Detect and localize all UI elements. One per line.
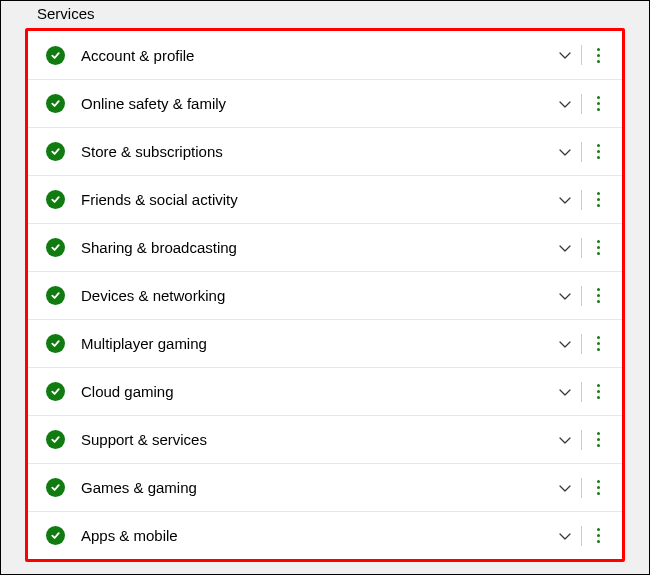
row-actions bbox=[551, 378, 610, 406]
service-row[interactable]: Sharing & broadcasting bbox=[28, 223, 622, 271]
section-title: Services bbox=[1, 5, 649, 28]
chevron-down-icon[interactable] bbox=[551, 282, 579, 310]
service-row[interactable]: Apps & mobile bbox=[28, 511, 622, 559]
service-row[interactable]: Online safety & family bbox=[28, 79, 622, 127]
service-row[interactable]: Games & gaming bbox=[28, 463, 622, 511]
more-options-icon[interactable] bbox=[586, 474, 610, 502]
service-label: Store & subscriptions bbox=[81, 143, 551, 160]
service-row[interactable]: Friends & social activity bbox=[28, 175, 622, 223]
row-actions bbox=[551, 282, 610, 310]
service-row[interactable]: Cloud gaming bbox=[28, 367, 622, 415]
row-actions bbox=[551, 426, 610, 454]
status-ok-icon bbox=[46, 478, 65, 497]
status-ok-icon bbox=[46, 46, 65, 65]
status-ok-icon bbox=[46, 334, 65, 353]
service-label: Sharing & broadcasting bbox=[81, 239, 551, 256]
service-row[interactable]: Devices & networking bbox=[28, 271, 622, 319]
status-ok-icon bbox=[46, 94, 65, 113]
chevron-down-icon[interactable] bbox=[551, 90, 579, 118]
divider bbox=[581, 478, 582, 498]
divider bbox=[581, 142, 582, 162]
more-options-icon[interactable] bbox=[586, 186, 610, 214]
more-options-icon[interactable] bbox=[586, 282, 610, 310]
row-actions bbox=[551, 186, 610, 214]
divider bbox=[581, 526, 582, 546]
more-options-icon[interactable] bbox=[586, 90, 610, 118]
service-label: Online safety & family bbox=[81, 95, 551, 112]
status-ok-icon bbox=[46, 142, 65, 161]
more-options-icon[interactable] bbox=[586, 138, 610, 166]
more-options-icon[interactable] bbox=[586, 378, 610, 406]
service-label: Account & profile bbox=[81, 47, 551, 64]
chevron-down-icon[interactable] bbox=[551, 474, 579, 502]
status-ok-icon bbox=[46, 430, 65, 449]
row-actions bbox=[551, 90, 610, 118]
chevron-down-icon[interactable] bbox=[551, 426, 579, 454]
chevron-down-icon[interactable] bbox=[551, 186, 579, 214]
chevron-down-icon[interactable] bbox=[551, 330, 579, 358]
divider bbox=[581, 45, 582, 65]
divider bbox=[581, 286, 582, 306]
divider bbox=[581, 238, 582, 258]
service-label: Support & services bbox=[81, 431, 551, 448]
services-list: Account & profileOnline safety & familyS… bbox=[28, 31, 622, 559]
divider bbox=[581, 334, 582, 354]
row-actions bbox=[551, 474, 610, 502]
divider bbox=[581, 430, 582, 450]
service-label: Multiplayer gaming bbox=[81, 335, 551, 352]
divider bbox=[581, 94, 582, 114]
chevron-down-icon[interactable] bbox=[551, 138, 579, 166]
service-row[interactable]: Store & subscriptions bbox=[28, 127, 622, 175]
status-ok-icon bbox=[46, 238, 65, 257]
status-ok-icon bbox=[46, 382, 65, 401]
more-options-icon[interactable] bbox=[586, 522, 610, 550]
divider bbox=[581, 382, 582, 402]
service-label: Apps & mobile bbox=[81, 527, 551, 544]
row-actions bbox=[551, 522, 610, 550]
chevron-down-icon[interactable] bbox=[551, 234, 579, 262]
service-row[interactable]: Account & profile bbox=[28, 31, 622, 79]
more-options-icon[interactable] bbox=[586, 426, 610, 454]
status-ok-icon bbox=[46, 526, 65, 545]
chevron-down-icon[interactable] bbox=[551, 522, 579, 550]
service-row[interactable]: Multiplayer gaming bbox=[28, 319, 622, 367]
more-options-icon[interactable] bbox=[586, 41, 610, 69]
row-actions bbox=[551, 41, 610, 69]
services-highlight: Account & profileOnline safety & familyS… bbox=[25, 28, 625, 562]
more-options-icon[interactable] bbox=[586, 234, 610, 262]
status-ok-icon bbox=[46, 190, 65, 209]
service-label: Friends & social activity bbox=[81, 191, 551, 208]
service-row[interactable]: Support & services bbox=[28, 415, 622, 463]
more-options-icon[interactable] bbox=[586, 330, 610, 358]
chevron-down-icon[interactable] bbox=[551, 41, 579, 69]
service-label: Cloud gaming bbox=[81, 383, 551, 400]
row-actions bbox=[551, 138, 610, 166]
service-label: Games & gaming bbox=[81, 479, 551, 496]
chevron-down-icon[interactable] bbox=[551, 378, 579, 406]
row-actions bbox=[551, 330, 610, 358]
status-ok-icon bbox=[46, 286, 65, 305]
service-label: Devices & networking bbox=[81, 287, 551, 304]
row-actions bbox=[551, 234, 610, 262]
divider bbox=[581, 190, 582, 210]
